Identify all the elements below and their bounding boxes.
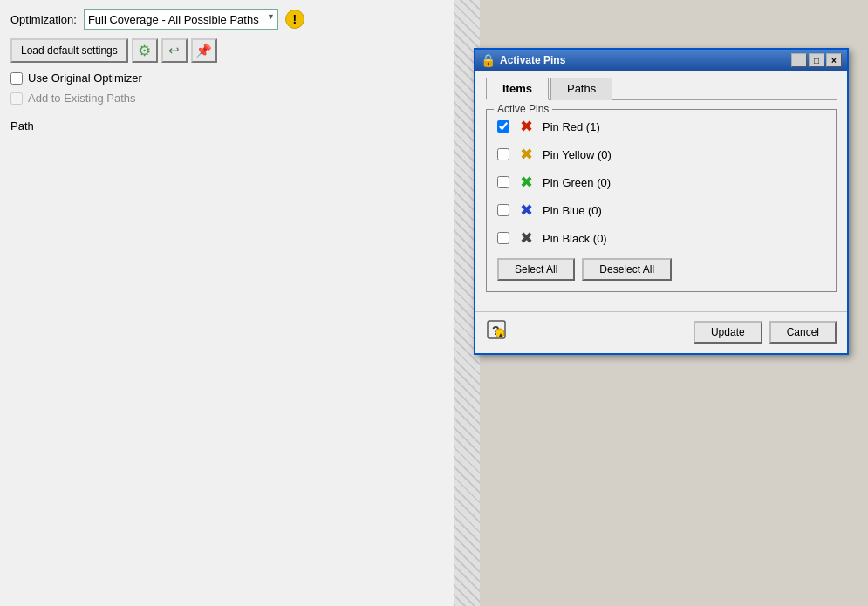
pin-yellow-label: Pin Yellow (0) [543, 148, 612, 161]
pin-red-checkbox[interactable] [497, 120, 509, 133]
pin-red-icon: ✖ [516, 117, 536, 136]
minimize-button[interactable]: _ [791, 53, 807, 67]
pin-blue-label: Pin Blue (0) [543, 204, 602, 217]
update-button[interactable]: Update [694, 321, 762, 344]
pin-green-label: Pin Green (0) [543, 176, 611, 189]
optimization-label: Optimization: [10, 13, 77, 26]
dialog-footer: ? ▲ Update Cancel [475, 311, 847, 353]
cancel-button[interactable]: Cancel [769, 321, 837, 344]
dialog-controls: _ □ × [791, 53, 842, 67]
pin-red-label: Pin Red (1) [543, 120, 600, 133]
dialog-title-icon: 🔒 [481, 53, 496, 67]
separator [10, 112, 461, 112]
path-label: Path [10, 119, 461, 133]
gear-button[interactable]: ⚙ [132, 38, 158, 63]
active-pins-group: Active Pins ✖ Pin Red (1) ✖ Pin Yellow (… [486, 109, 837, 292]
use-original-checkbox[interactable] [10, 72, 23, 85]
pin-black-checkbox[interactable] [497, 232, 509, 244]
pin-button[interactable]: 📌 [191, 38, 217, 63]
pin-row-green: ✖ Pin Green (0) [497, 173, 825, 192]
pin-black-label: Pin Black (0) [543, 232, 607, 245]
pin-green-checkbox[interactable] [497, 176, 509, 188]
dialog-body: Items Paths Active Pins ✖ Pin Red (1) ✖ … [475, 71, 847, 311]
pin-green-icon: ✖ [516, 173, 536, 192]
main-panel: Optimization: Full Coverage - All Possib… [0, 0, 471, 606]
use-original-row: Use Original Optimizer [10, 71, 461, 85]
pin-black-icon: ✖ [516, 228, 536, 248]
pin-blue-icon: ✖ [516, 201, 536, 220]
select-all-button[interactable]: Select All [497, 258, 575, 281]
arrow-button[interactable]: ↩ [161, 38, 188, 63]
deselect-all-button[interactable]: Deselect All [582, 258, 672, 281]
tabs-row: Items Paths [486, 78, 837, 100]
pin-yellow-checkbox[interactable] [497, 148, 509, 160]
add-to-existing-label: Add to Existing Paths [28, 92, 136, 105]
pin-row-blue: ✖ Pin Blue (0) [497, 201, 825, 220]
pin-blue-checkbox[interactable] [497, 204, 509, 216]
add-to-existing-row: Add to Existing Paths [10, 92, 461, 105]
add-to-existing-checkbox[interactable] [10, 92, 23, 105]
pin-row-black: ✖ Pin Black (0) [497, 228, 825, 248]
toolbar-row: Load default settings ⚙ ↩ 📌 [10, 38, 461, 63]
load-defaults-button[interactable]: Load default settings [10, 38, 128, 63]
pin-row-red: ✖ Pin Red (1) [497, 117, 825, 136]
maximize-button[interactable]: □ [809, 53, 824, 67]
tab-paths[interactable]: Paths [550, 78, 612, 100]
optimization-select-wrapper: Full Coverage - All Possible PathsMinimu… [84, 9, 278, 30]
pin-icon: 📌 [195, 43, 212, 58]
warning-icon: ! [285, 10, 304, 29]
group-legend: Active Pins [494, 103, 552, 115]
tab-items[interactable]: Items [486, 78, 549, 100]
dialog-title-left: 🔒 Activate Pins [481, 53, 565, 67]
arrow-icon: ↩ [168, 43, 180, 58]
pin-buttons-row: Select All Deselect All [497, 258, 825, 281]
gear-icon: ⚙ [138, 42, 151, 60]
optimization-row: Optimization: Full Coverage - All Possib… [10, 9, 461, 30]
pin-yellow-icon: ✖ [516, 145, 536, 164]
help-icon[interactable]: ? ▲ [486, 319, 507, 344]
use-original-label: Use Original Optimizer [28, 71, 142, 85]
close-button[interactable]: × [826, 53, 842, 67]
svg-text:▲: ▲ [498, 331, 504, 337]
dialog-titlebar: 🔒 Activate Pins _ □ × [475, 50, 847, 71]
activate-pins-dialog: 🔒 Activate Pins _ □ × Items Paths Active… [474, 48, 849, 355]
dialog-title: Activate Pins [500, 54, 565, 66]
optimization-select[interactable]: Full Coverage - All Possible PathsMinimu… [84, 9, 278, 30]
pin-row-yellow: ✖ Pin Yellow (0) [497, 145, 825, 164]
